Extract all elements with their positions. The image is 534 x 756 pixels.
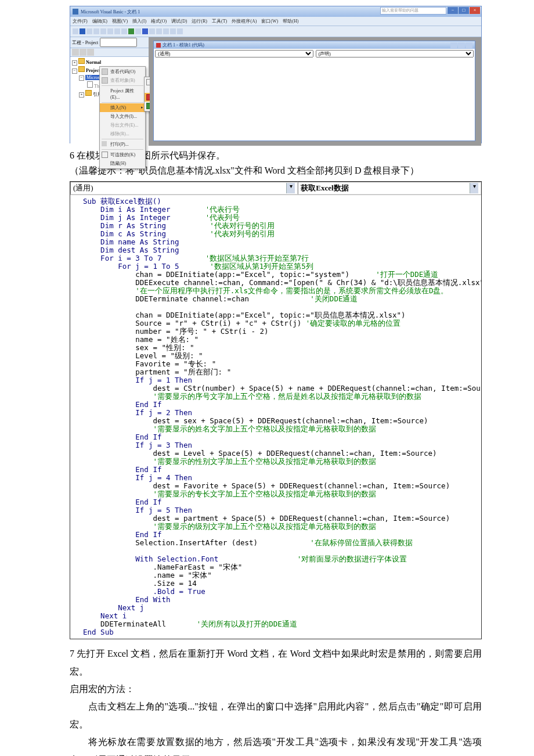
ctx-print[interactable]: 打印(P)... — [100, 140, 145, 149]
code-text: Sub 获取Excel数据() Dim i As Integer '代表行号 D… — [70, 195, 481, 639]
code-dropdowns: (通用)▾ 获取Excel数据▾ — [70, 182, 481, 195]
ctx-remove: 移除(R)... — [100, 129, 145, 138]
menu-format[interactable]: 格式(O) — [151, 19, 167, 24]
maximize-button[interactable]: □ — [459, 7, 469, 14]
menu-run[interactable]: 运行(R) — [192, 19, 207, 24]
menu-addins[interactable]: 外接程序(A) — [232, 19, 257, 24]
run-icon[interactable] — [128, 28, 134, 34]
copy-icon[interactable] — [93, 28, 99, 34]
design-mode-icon[interactable] — [149, 28, 155, 34]
step-7-text: 7 先打开 Excel 文档，然后在重新打开 Word 文档，在 Word 文档… — [70, 645, 482, 756]
object-dropdown-2[interactable]: (通用)▾ — [70, 182, 298, 195]
ctx-import-file[interactable]: 导入文件(I)... — [100, 112, 145, 121]
reset-icon[interactable] — [142, 28, 148, 34]
vbe-title-text: Microsoft Visual Basic - 文档 1 — [81, 9, 140, 15]
project-pane-header: 工程 - Project — [70, 37, 149, 48]
ctx-dockable[interactable]: 可连接的(K) — [100, 150, 145, 159]
code-icon — [102, 69, 108, 75]
vbe-window-buttons: − □ × — [448, 7, 480, 14]
toolbox-icon[interactable] — [177, 28, 183, 34]
menu-tools[interactable]: 工具(T) — [212, 19, 227, 24]
ctx-hide[interactable]: 隐藏(H) — [100, 159, 145, 168]
find-icon[interactable] — [107, 28, 113, 34]
ctx-view-object: 查看对象(B) — [100, 76, 145, 85]
menu-edit[interactable]: 编辑(E) — [92, 19, 107, 24]
code-window: 文档 1 - 模块1 (代码) (通用) (声明) — [153, 41, 475, 141]
ctx-view-code[interactable]: 查看代码(O) — [100, 67, 145, 76]
undo-icon[interactable] — [114, 28, 120, 34]
code-pane[interactable] — [154, 59, 475, 139]
project-pane-toolbar — [70, 48, 149, 57]
properties-icon[interactable] — [163, 28, 169, 34]
module-code-screenshot: (通用)▾ 获取Excel数据▾ Sub 获取Excel数据() Dim i A… — [70, 181, 482, 639]
project-tree[interactable]: +Normal −Project (文档 1) −Microsoft Word … — [70, 57, 149, 146]
procedure-dropdown-2[interactable]: 获取Excel数据▾ — [298, 182, 481, 195]
mdi-close-button[interactable] — [466, 42, 472, 48]
object-icon — [102, 77, 108, 84]
project-explorer-icon[interactable] — [156, 28, 162, 34]
code-window-title: 文档 1 - 模块1 (代码) — [154, 41, 475, 49]
close-button[interactable]: × — [470, 7, 480, 14]
context-menu[interactable]: 查看代码(O) 查看对象(B) Project 属性(E)... 插入(N)▸ … — [99, 66, 146, 169]
submenu-arrow-icon: ▸ — [141, 105, 143, 111]
menu-view[interactable]: 视图(V) — [112, 19, 128, 24]
paste-icon[interactable] — [100, 28, 106, 34]
break-icon[interactable] — [135, 28, 141, 34]
vbe-menubar[interactable]: 文件(F) 编辑(E) 视图(V) 插入(I) 格式(O) 调试(D) 运行(R… — [70, 17, 481, 26]
step7-p2: 启用宏的方法： — [70, 681, 482, 698]
object-browser-icon[interactable] — [170, 28, 176, 34]
chevron-down-icon: ▾ — [286, 183, 295, 193]
project-pane-combo[interactable] — [100, 38, 137, 47]
step7-p3: 点击文档左上角的"选项..."按钮，在弹出的窗口中选择"启用此内容"，然后点击"… — [70, 698, 482, 733]
menu-debug[interactable]: 调试(D) — [171, 19, 187, 24]
view-object-icon[interactable] — [80, 49, 86, 56]
menu-insert[interactable]: 插入(I) — [132, 19, 146, 24]
view-word-icon[interactable] — [73, 28, 78, 34]
module-icon — [156, 43, 161, 48]
redo-icon[interactable] — [121, 28, 127, 34]
project-pane-title: 工程 - Project — [72, 39, 98, 46]
object-dropdown[interactable]: (通用) — [155, 50, 313, 57]
menu-file[interactable]: 文件(F) — [73, 19, 88, 24]
view-code-icon[interactable] — [72, 49, 79, 56]
print-icon — [102, 141, 107, 146]
mdi-min-button[interactable] — [450, 42, 457, 48]
folders-icon[interactable] — [87, 49, 94, 56]
mdi-max-button[interactable] — [458, 42, 465, 48]
vbe-toolbar — [70, 26, 481, 37]
menu-help[interactable]: 帮助(H) — [283, 19, 298, 24]
chevron-down-icon: ▾ — [470, 183, 478, 193]
tree-normal[interactable]: +Normal — [72, 58, 147, 66]
vbe-ide-screenshot: Microsoft Visual Basic - 文档 1 输入需要帮助的问题 … — [70, 6, 482, 143]
procedure-dropdown[interactable]: (声明) — [316, 50, 474, 57]
ctx-export-file: 导出文件(E)... — [100, 121, 145, 129]
step7-p4: 将光标放在需要放置数据的地方，然后选项"开发工具"选项卡，如果没有发现"开发工具… — [70, 733, 482, 756]
minimize-button[interactable]: − — [448, 7, 458, 14]
ctx-insert[interactable]: 插入(N)▸ — [100, 103, 145, 112]
menu-window[interactable]: 窗口(W) — [261, 19, 278, 24]
vbe-help-search[interactable]: 输入需要帮助的问题 — [380, 7, 446, 15]
vb-app-icon — [73, 9, 78, 15]
step7-p1: 7 先打开 Excel 文档，然后在重新打开 Word 文档，在 Word 文档… — [70, 645, 482, 681]
cut-icon[interactable] — [86, 28, 92, 34]
vbe-titlebar: Microsoft Visual Basic - 文档 1 输入需要帮助的问题 … — [70, 6, 481, 17]
ctx-project-props[interactable]: Project 属性(E)... — [100, 87, 145, 102]
project-explorer-pane: 工程 - Project +Normal −Project (文档 1) −Mi… — [70, 37, 150, 146]
code-window-title-text: 文档 1 - 模块1 (代码) — [163, 42, 204, 48]
vbe-mdi-area: 文档 1 - 模块1 (代码) (通用) (声明) — [150, 37, 481, 146]
check-icon — [102, 152, 108, 158]
save-icon[interactable] — [80, 28, 85, 34]
